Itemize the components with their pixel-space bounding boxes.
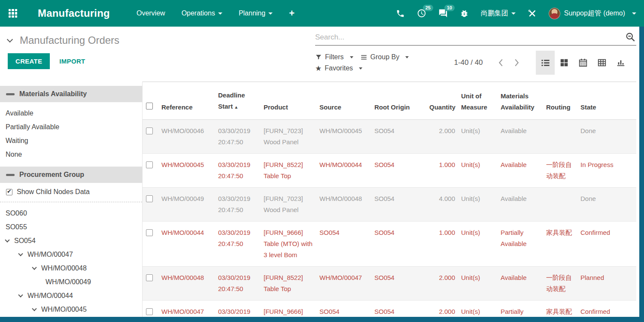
cell-materials: Available bbox=[497, 154, 543, 188]
activities-clock-icon[interactable]: 25 bbox=[417, 9, 426, 18]
messages-chat-icon[interactable]: 10 bbox=[438, 9, 448, 18]
show-child-nodes-row[interactable]: Show Child Nodes Data bbox=[0, 183, 142, 202]
sidebar-section-procurement-group[interactable]: Procurement Group bbox=[0, 167, 142, 183]
cell-deadline: 03/30/2019 20:47:50 bbox=[215, 154, 260, 188]
create-button[interactable]: CREATE bbox=[8, 53, 50, 69]
view-graph-button[interactable] bbox=[611, 51, 630, 75]
tree-item[interactable]: SO054 bbox=[0, 234, 142, 248]
chevron-down-icon[interactable] bbox=[18, 251, 23, 256]
breadcrumb[interactable]: Manufacturing Orders bbox=[8, 34, 315, 46]
apps-menu-icon[interactable] bbox=[9, 9, 17, 18]
list-view: Reference Deadline Start▲ Product Source… bbox=[143, 82, 644, 322]
cell-reference[interactable]: WH/MO/00049 bbox=[158, 188, 215, 222]
cell-reference[interactable]: WH/MO/00044 bbox=[158, 222, 215, 267]
chevron-down-icon[interactable] bbox=[32, 306, 36, 311]
table-row[interactable]: WH/MO/00046 03/30/2019 20:47:50 [FURN_70… bbox=[143, 120, 636, 154]
row-checkbox[interactable] bbox=[146, 274, 153, 281]
menu-overview[interactable]: Overview bbox=[137, 9, 165, 17]
cell-routing: 一阶段自动装配 bbox=[543, 267, 577, 301]
vertical-scrollbar[interactable] bbox=[639, 27, 644, 322]
sidebar-item-partially-available[interactable]: Partially Available bbox=[0, 120, 142, 134]
col-deadline-start[interactable]: Deadline Start▲ bbox=[215, 82, 260, 120]
tree-item[interactable]: WH/MO/00047 bbox=[0, 248, 142, 261]
company-switcher[interactable]: 尚鹏集团 bbox=[481, 9, 516, 18]
user-menu[interactable]: Sunpop超管 (demo) bbox=[549, 8, 636, 19]
phone-icon[interactable] bbox=[396, 9, 405, 18]
table-row[interactable]: WH/MO/00044 03/30/2019 20:47:50 [FURN_96… bbox=[143, 222, 636, 267]
row-checkbox[interactable] bbox=[146, 161, 153, 168]
favorites-dropdown[interactable]: ★ Favorites bbox=[315, 64, 362, 72]
chevron-down-icon[interactable] bbox=[5, 237, 9, 242]
select-all-checkbox[interactable] bbox=[146, 103, 153, 109]
cell-product: [FURN_8522] Table Top bbox=[260, 154, 316, 188]
table-row[interactable]: WH/MO/00045 03/30/2019 20:47:50 [FURN_85… bbox=[143, 154, 636, 188]
tree-item[interactable]: WH/MO/00049 bbox=[0, 275, 142, 289]
show-child-checkbox[interactable] bbox=[6, 189, 12, 195]
cell-routing: 一阶段自动装配 bbox=[543, 154, 577, 188]
tools-icon[interactable] bbox=[528, 9, 537, 18]
cell-state: Done bbox=[577, 120, 636, 154]
tree-item[interactable]: WH/MO/00044 bbox=[0, 289, 142, 303]
page-title: Manufacturing Orders bbox=[20, 34, 119, 46]
horizontal-scrollbar[interactable] bbox=[0, 317, 644, 322]
col-state[interactable]: State bbox=[577, 82, 636, 120]
search-input[interactable] bbox=[315, 33, 625, 42]
user-avatar bbox=[549, 8, 560, 19]
tree-item[interactable]: WH/MO/00045 bbox=[0, 303, 142, 316]
filters-dropdown[interactable]: Filters bbox=[315, 53, 353, 61]
pivot-view-icon bbox=[597, 58, 607, 67]
sidebar-item-waiting[interactable]: Waiting bbox=[0, 134, 142, 148]
sidebar-item-available[interactable]: Available bbox=[0, 106, 142, 120]
view-list-button[interactable] bbox=[536, 51, 555, 75]
row-checkbox[interactable] bbox=[146, 195, 153, 202]
import-button[interactable]: IMPORT bbox=[59, 58, 85, 65]
caret-down-icon bbox=[405, 56, 409, 58]
chevron-down-icon[interactable] bbox=[32, 265, 36, 270]
col-root-origin[interactable]: Root Origin bbox=[371, 82, 426, 120]
caret-down-icon bbox=[350, 56, 353, 58]
search-options: Filters Group By ★ Favorites bbox=[315, 53, 423, 72]
dash-icon bbox=[6, 93, 15, 95]
col-source[interactable]: Source bbox=[316, 82, 371, 120]
debug-bug-icon[interactable] bbox=[460, 9, 469, 18]
orders-table: Reference Deadline Start▲ Product Source… bbox=[143, 82, 636, 322]
cell-uom: Unit(s) bbox=[458, 267, 497, 301]
cell-deadline: 03/30/2019 20:47:50 bbox=[215, 120, 260, 154]
tree-item[interactable]: SO060 bbox=[0, 207, 142, 220]
view-pivot-button[interactable] bbox=[592, 51, 611, 75]
table-row[interactable]: WH/MO/00048 03/30/2019 20:47:50 [FURN_85… bbox=[143, 267, 636, 301]
view-kanban-button[interactable] bbox=[555, 51, 574, 75]
cell-reference[interactable]: WH/MO/00045 bbox=[158, 154, 215, 188]
cell-state: In Progress bbox=[577, 154, 636, 188]
tree-item[interactable]: WH/MO/00048 bbox=[0, 261, 142, 275]
sidebar-item-none[interactable]: None bbox=[0, 148, 142, 161]
row-checkbox[interactable] bbox=[146, 229, 153, 236]
menu-planning[interactable]: Planning bbox=[239, 9, 273, 17]
row-checkbox[interactable] bbox=[146, 308, 153, 315]
tree-item[interactable]: SO055 bbox=[0, 220, 142, 234]
cell-root-origin: SO054 bbox=[371, 188, 426, 222]
pager-previous-button[interactable] bbox=[497, 58, 504, 68]
col-product[interactable]: Product bbox=[260, 82, 316, 120]
cell-reference[interactable]: WH/MO/00048 bbox=[158, 267, 215, 301]
list-view-icon bbox=[541, 58, 550, 68]
table-row[interactable]: WH/MO/00049 03/30/2019 20:47:50 [FURN_70… bbox=[143, 188, 636, 222]
group-by-dropdown[interactable]: Group By bbox=[360, 53, 409, 61]
cell-root-origin: SO054 bbox=[371, 222, 426, 267]
add-menu-button[interactable]: + bbox=[289, 8, 295, 19]
row-checkbox[interactable] bbox=[146, 128, 153, 134]
col-materials-availability[interactable]: Materials Availability bbox=[497, 82, 543, 120]
view-calendar-button[interactable] bbox=[574, 51, 592, 75]
sidebar-section-materials-availability[interactable]: Materials Availability bbox=[0, 86, 142, 102]
col-routing[interactable]: Routing bbox=[543, 82, 577, 120]
menu-operations[interactable]: Operations bbox=[182, 9, 222, 17]
chevron-down-icon[interactable] bbox=[18, 292, 23, 297]
col-reference[interactable]: Reference bbox=[158, 82, 215, 120]
cell-reference[interactable]: WH/MO/00046 bbox=[158, 120, 215, 154]
cell-routing bbox=[543, 120, 577, 154]
search-zoom-out-icon[interactable] bbox=[625, 32, 636, 43]
cell-uom: Unit(s) bbox=[458, 120, 497, 154]
col-unit-of-measure[interactable]: Unit of Measure bbox=[458, 82, 497, 120]
col-quantity[interactable]: Quantity bbox=[426, 82, 458, 120]
pager-next-button[interactable] bbox=[513, 58, 520, 68]
